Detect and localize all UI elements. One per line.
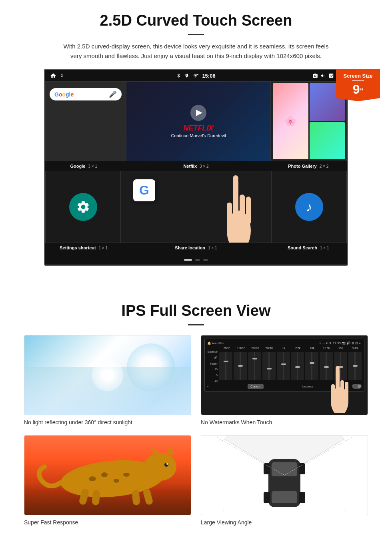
badge-divider — [352, 80, 364, 81]
svg-rect-32 — [299, 463, 305, 474]
svg-marker-26 — [150, 447, 160, 455]
svg-point-19 — [123, 473, 130, 477]
mic-icon: 🎤 — [109, 90, 117, 98]
section2-divider — [188, 324, 204, 325]
slider-thumb-7 — [310, 362, 314, 364]
netflix-logo: NETFLIX — [184, 124, 214, 132]
svg-point-25 — [166, 463, 168, 465]
netflix-play-button[interactable] — [190, 105, 206, 121]
slider-1[interactable] — [219, 352, 232, 380]
svg-text:→: → — [342, 508, 346, 512]
slider-thumb-3 — [252, 358, 257, 359]
google-app-cell[interactable]: Google 🎤 — [45, 81, 126, 161]
google-search-bar[interactable]: Google 🎤 — [50, 88, 122, 100]
amp-freq-labels: 60hz 100hz 200hz 500hz 1k 2.5k 10k 12.5k… — [207, 347, 362, 349]
status-bar-left — [50, 72, 123, 79]
sunlight-feature: No light reflecting under 360° direct su… — [24, 335, 191, 426]
svg-rect-23 — [142, 488, 154, 505]
bluetooth-icon — [176, 73, 181, 78]
sunlight-label: No light reflecting under 360° direct su… — [24, 419, 191, 426]
slider-thumb-6 — [295, 366, 300, 368]
watermark-feature: 🏠 Amplifier ⠿ ··· ♥ ▼ 17:33 📷 🔊 ⊠ ⊟ ↩ 60… — [201, 335, 368, 426]
amp-loudness-label: loudness — [302, 385, 313, 388]
dot-inactive-1 — [195, 259, 200, 261]
music-note-icon: ♪ — [306, 200, 312, 215]
section2-title: IPS Full Screen View — [24, 302, 368, 319]
svg-point-13 — [336, 366, 340, 371]
amp-custom-btn[interactable]: Custom — [248, 384, 264, 389]
svg-rect-10 — [345, 382, 348, 400]
svg-rect-11 — [331, 384, 335, 400]
slider-4[interactable] — [262, 352, 276, 380]
section1-description: With 2.5D curved-display screen, this de… — [60, 42, 332, 61]
title-divider — [188, 34, 204, 35]
svg-point-6 — [233, 175, 238, 182]
x-box-icon — [328, 73, 334, 78]
svg-rect-30 — [272, 491, 297, 503]
google-logo: Google — [54, 91, 74, 98]
sound-label: Sound Search 1 × 1 — [270, 245, 347, 251]
svg-rect-2 — [240, 195, 245, 225]
top-app-row: Google 🎤 NETFLIX Continue — [45, 81, 347, 161]
photo-gallery-cell[interactable]: 🌸 — [271, 81, 347, 161]
dot-active — [184, 259, 192, 261]
car-label: Large Viewing Angle — [201, 519, 368, 526]
dot-inactive-2 — [203, 259, 208, 261]
svg-rect-9 — [340, 380, 344, 400]
svg-rect-4 — [227, 203, 232, 227]
cheetah-label: Super Fast Response — [24, 519, 191, 526]
cheetah-image — [24, 435, 191, 515]
slider-7[interactable] — [305, 352, 318, 380]
settings-app-cell[interactable] — [45, 171, 121, 243]
photo-thumb-2 — [310, 122, 345, 160]
svg-rect-31 — [264, 463, 270, 474]
cheetah-feature: Super Fast Response — [24, 435, 191, 526]
settings-label: Settings shortcut 1 × 1 — [45, 245, 122, 251]
sound-search-cell[interactable]: ♪ — [271, 171, 347, 243]
hand-illustration — [207, 171, 271, 243]
slider-thumb-4 — [267, 368, 272, 369]
svg-point-18 — [89, 476, 96, 481]
netflix-app-cell[interactable]: NETFLIX Continue Marvel's Daredevil — [126, 81, 271, 161]
app-label-bar-bottom: Settings shortcut 1 × 1 Share location 1… — [45, 243, 347, 253]
share-location-cell[interactable]: G — [121, 171, 271, 243]
location-icon — [184, 73, 189, 78]
status-bar: 15:06 — [45, 70, 347, 81]
volume-icon — [320, 73, 326, 78]
slider-6[interactable] — [291, 352, 304, 380]
section-curved-screen: 2.5D Curved Touch Screen With 2.5D curve… — [0, 0, 392, 274]
watermark-label: No Watermarks When Touch — [201, 419, 368, 426]
netflix-content: NETFLIX Continue Marvel's Daredevil — [126, 82, 270, 161]
slider-thumb-5 — [281, 363, 286, 365]
svg-point-16 — [101, 472, 108, 477]
svg-rect-29 — [272, 462, 297, 476]
home-icon — [50, 72, 56, 79]
slider-2[interactable] — [234, 352, 247, 380]
wifi-icon — [192, 73, 199, 78]
screen-size-badge: Screen Size 9" — [336, 69, 380, 101]
section-separator — [24, 286, 368, 286]
svg-rect-33 — [264, 492, 270, 503]
photo-flower-thumb: 🌸 — [273, 83, 308, 159]
slider-3[interactable] — [248, 352, 261, 380]
share-label: Share location 1 × 1 — [122, 245, 270, 251]
status-time: 15:06 — [202, 73, 215, 79]
feature-grid: No light reflecting under 360° direct su… — [24, 335, 368, 526]
car-top-view-svg: ← → — [204, 435, 364, 515]
svg-rect-3 — [246, 197, 251, 225]
photo-label: Photo Gallery 2 × 2 — [270, 163, 347, 169]
svg-marker-27 — [166, 446, 174, 455]
amp-level-labels: Balance 🔊 Fader 10 0 -10 — [207, 350, 219, 382]
hand-svg — [215, 171, 263, 243]
svg-point-17 — [114, 479, 119, 483]
sunlight-image — [24, 335, 191, 415]
light-source — [92, 359, 124, 391]
amplifier-image: 🏠 Amplifier ⠿ ··· ♥ ▼ 17:33 📷 🔊 ⊠ ⊟ ↩ 60… — [201, 335, 368, 415]
cheetah-svg — [24, 435, 191, 507]
play-triangle-icon — [196, 110, 202, 116]
status-bar-right — [269, 73, 342, 78]
section1-title: 2.5D Curved Touch Screen — [24, 12, 368, 29]
svg-text:←: ← — [222, 508, 226, 512]
touch-hand-svg — [324, 361, 356, 413]
slider-5[interactable] — [277, 352, 290, 380]
